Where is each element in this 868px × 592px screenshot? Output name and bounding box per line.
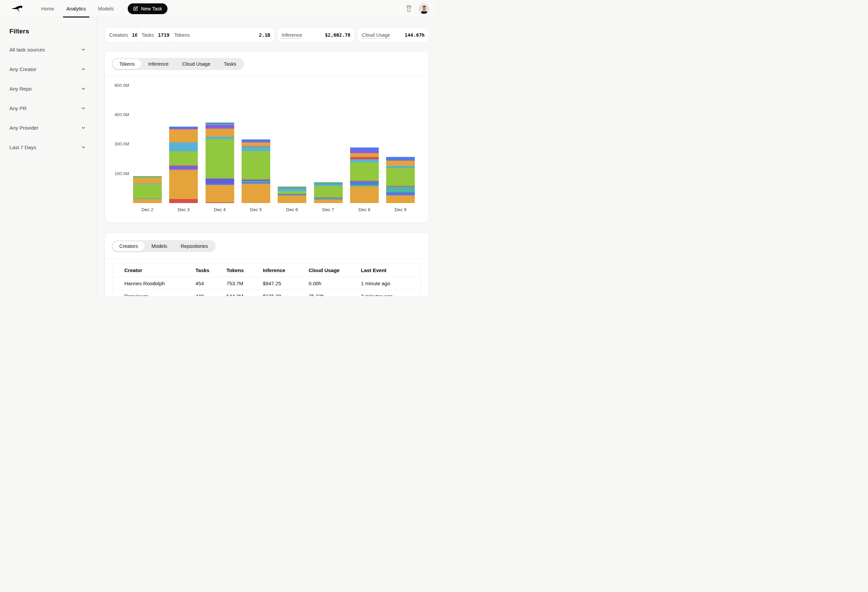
main-nav: Home Analytics Models [35, 0, 120, 17]
bar-segment-purple[interactable] [205, 125, 234, 129]
y-axis-tick-label: 150.0M [105, 171, 129, 176]
stat-value: 144.67h [405, 32, 425, 38]
filter-dropdown-any-provider[interactable]: Any Provider [9, 118, 97, 137]
cell-tokens: 753.7M [226, 281, 263, 286]
user-avatar[interactable] [418, 3, 429, 14]
bar-dec-4[interactable] [205, 122, 234, 203]
bar-segment-orange[interactable] [242, 184, 270, 203]
filter-dropdown-last-7-days[interactable]: Last 7 Days [9, 137, 97, 157]
bar-segment-green[interactable] [169, 151, 198, 165]
bar-segment-red[interactable] [169, 199, 198, 203]
bar-segment-indigo[interactable] [205, 179, 234, 184]
bar-segment-orange[interactable] [350, 187, 379, 203]
chevron-down-icon [81, 47, 86, 52]
bar-segment-orange[interactable] [242, 143, 270, 146]
chart-tab-cloud-usage[interactable]: Cloud Usage [175, 59, 217, 69]
filter-dropdown-any-creator[interactable]: Any Creator [9, 59, 97, 79]
bar-segment-royal_blue[interactable] [386, 192, 415, 195]
nav-item-models[interactable]: Models [92, 0, 120, 17]
bar-segment-orange[interactable] [169, 129, 198, 143]
bar-dec-6[interactable] [278, 187, 306, 203]
bar-segment-orange[interactable] [133, 199, 162, 203]
chart-tab-inference[interactable]: Inference [142, 59, 175, 69]
nav-item-analytics[interactable]: Analytics [60, 0, 92, 17]
breakdown-tab-creators[interactable]: Creators [112, 241, 145, 251]
chart-card: TokensInferenceCloud UsageTasks 150.0M30… [105, 51, 429, 223]
bar-dec-8[interactable] [350, 147, 379, 203]
bar-segment-green[interactable] [314, 186, 343, 197]
bar-segment-green[interactable] [242, 151, 270, 180]
bar-dec-5[interactable] [242, 139, 270, 203]
top-nav-bar: Home Analytics Models New Task [0, 0, 434, 18]
bar-segment-royal_blue[interactable] [386, 157, 415, 160]
bar-dec-9[interactable] [386, 157, 415, 203]
breakdown-tab-repositories[interactable]: Repositories [174, 241, 215, 251]
flashlight-icon [405, 5, 412, 12]
stat-label[interactable]: Inference [282, 32, 302, 38]
breakdown-tab-models[interactable]: Models [145, 241, 174, 251]
bar-segment-sky[interactable] [350, 159, 379, 162]
breakdown-tabs-row: CreatorsModelsRepositories [105, 233, 429, 259]
stat-label[interactable]: Cloud Usage [362, 32, 390, 38]
bar-dec-3[interactable] [169, 127, 198, 203]
bar-segment-orange[interactable] [314, 199, 343, 203]
cell-cloud-usage: 0.00h [309, 281, 361, 286]
breakdown-card: CreatorsModelsRepositories CreatorTasksT… [105, 232, 429, 296]
filter-dropdown-all-task-sources[interactable]: All task sources [9, 40, 97, 59]
y-axis-tick-label: 300.0M [105, 141, 129, 146]
bar-segment-orange[interactable] [278, 195, 306, 203]
table-row[interactable]: Hannes Roodolph454753.7M$947.250.00h1 mi… [113, 277, 421, 290]
column-header-cloud-usage[interactable]: Cloud Usage [309, 267, 361, 273]
stat-tokens: Tokens2.1B [170, 28, 275, 42]
y-axis-tick-label: 600.0M [105, 83, 129, 88]
column-header-inference[interactable]: Inference [263, 267, 309, 273]
bar-segment-green[interactable] [278, 191, 306, 194]
chevron-down-icon [81, 86, 86, 91]
kangaroo-logo-icon [10, 3, 26, 15]
table-row[interactable]: Rooviewer440544.3M$376.2875.23h3 minutes… [113, 290, 421, 296]
bar-segment-sky[interactable] [205, 137, 234, 139]
bar-segment-green[interactable] [205, 139, 234, 178]
stat-label: Tasks [142, 32, 154, 38]
bar-segment-green[interactable] [350, 162, 379, 181]
bar-segment-orange[interactable] [205, 129, 234, 137]
bar-segment-orange[interactable] [386, 161, 415, 166]
bar-segment-royal_blue[interactable] [350, 181, 379, 185]
column-header-tokens: Tokens [226, 267, 263, 273]
bar-segment-orange[interactable] [205, 185, 234, 202]
stat-inference: Inference$2,602.78 [277, 28, 355, 42]
x-axis-tick-label: Dec 7 [314, 207, 343, 212]
cell-cloud-usage: 75.23h [309, 293, 361, 296]
filter-dropdown-any-repo[interactable]: Any Repo [9, 79, 97, 98]
bar-segment-orange[interactable] [386, 195, 415, 203]
filter-dropdown-any-pr[interactable]: Any PR [9, 98, 97, 118]
bar-segment-red[interactable] [205, 202, 234, 203]
bar-segment-purple[interactable] [350, 150, 379, 153]
nav-item-home[interactable]: Home [35, 0, 60, 17]
chart-tab-tokens[interactable]: Tokens [112, 59, 142, 69]
bar-segment-green[interactable] [133, 184, 162, 198]
chart-tabs-row: TokensInferenceCloud UsageTasks [105, 51, 429, 75]
bar-segment-royal_blue[interactable] [350, 147, 379, 150]
bar-segment-orange[interactable] [350, 153, 379, 157]
chart-tab-tasks[interactable]: Tasks [217, 59, 243, 69]
bar-dec-7[interactable] [314, 182, 343, 203]
bar-segment-sky[interactable] [242, 146, 270, 150]
column-header-creator: Creator [124, 267, 195, 273]
cell-inference: $376.28 [263, 293, 309, 296]
bar-segment-sky[interactable] [169, 143, 198, 151]
filter-label: All task sources [9, 47, 45, 53]
flashlight-icon-button[interactable] [404, 4, 414, 13]
bar-segment-teal[interactable] [386, 187, 415, 192]
new-task-button[interactable]: New Task [128, 3, 167, 14]
filter-list: All task sourcesAny CreatorAny RepoAny P… [9, 40, 97, 157]
x-axis-tick-label: Dec 8 [350, 207, 379, 212]
bar-segment-sky[interactable] [278, 188, 306, 191]
table-header-row: CreatorTasksTokensInferenceCloud UsageLa… [113, 264, 421, 277]
bar-segment-green[interactable] [386, 168, 415, 186]
bar-segment-royal_blue[interactable] [242, 139, 270, 142]
bar-dec-2[interactable] [133, 176, 162, 203]
stat-creators: Creators16 [105, 28, 137, 42]
bar-segment-orange[interactable] [133, 177, 162, 184]
bar-segment-orange[interactable] [169, 170, 198, 199]
